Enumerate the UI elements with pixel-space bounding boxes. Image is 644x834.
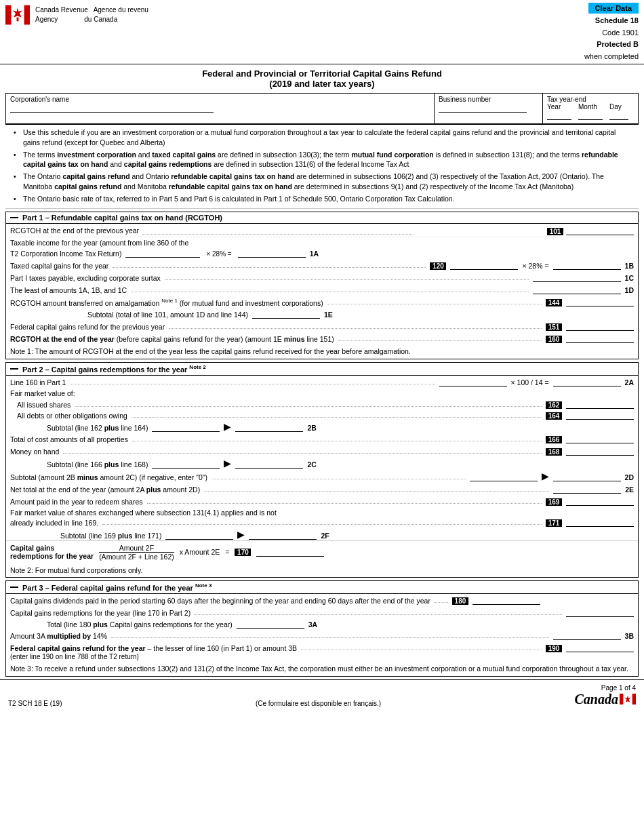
year-label: Year (547, 103, 571, 111)
schedule-label: Schedule 18 (584, 15, 639, 27)
input-redemptions[interactable] (566, 608, 634, 617)
line-ref-3b: 3B (625, 632, 634, 640)
line-ref-2e: 2E (625, 485, 634, 494)
part3-row-3a: Total (line 180 plus Capital gains redem… (6, 618, 638, 629)
business-num-input[interactable] (439, 103, 527, 113)
input-151[interactable] (566, 321, 634, 331)
input-1d[interactable] (533, 285, 621, 294)
box-1a-pct: × 28% = (204, 250, 233, 258)
part1-row-1a: Taxable income for the year (amount from… (6, 237, 638, 259)
part1-row-160: RCGTOH at the end of the year (before ca… (6, 332, 638, 344)
input-2b[interactable] (235, 422, 303, 432)
input-2e[interactable] (553, 484, 621, 494)
part2-header: Part 2 – Capital gains redemptions for t… (6, 363, 638, 376)
note-item-4: • The Ontario basic rate of tax, referre… (14, 194, 630, 204)
input-171[interactable] (566, 517, 634, 527)
part3-row-3b: Amount 3A multiplied by 14% 3B (6, 629, 638, 641)
input-166[interactable] (566, 434, 634, 443)
input-101[interactable] (566, 226, 634, 235)
footer: T2 SCH 18 E (19) (Ce formulaire est disp… (0, 679, 644, 711)
day-box: Day (609, 103, 628, 121)
day-label: Day (609, 103, 628, 111)
formula-denominator: (Amount 2F + Line 162) (99, 553, 174, 561)
input-2f[interactable] (249, 530, 317, 540)
input-144[interactable] (566, 297, 634, 306)
part2-row-164: All debts or other obligations owing 164 (6, 410, 638, 420)
input-2c-sub[interactable] (152, 459, 220, 469)
clear-data-button[interactable]: Clear Data (588, 3, 639, 14)
form-title-line2: (2019 and later tax years) (14, 79, 630, 89)
note1-text: Note 1: The amount of RCGTOH at the end … (10, 347, 411, 355)
input-120[interactable] (450, 260, 518, 270)
input-168[interactable] (566, 446, 634, 456)
formula-times: x Amount 2E (180, 548, 220, 556)
arrow-2c: ▶ (224, 458, 231, 469)
month-box: Month (578, 103, 603, 121)
part2-row-2a: Line 160 in Part 1 × 100 / 14 = 2A (6, 376, 638, 388)
top-bar: Canada Revenue Agence du revenu Agency d… (0, 0, 644, 64)
canada-flag-footer-icon (620, 694, 636, 704)
month-input[interactable] (578, 111, 603, 120)
input-2d-sub[interactable] (470, 472, 538, 481)
part2-row-171: Fair market value of shares exchanged wh… (6, 507, 638, 528)
corp-name-label: Corporation's name (10, 96, 430, 103)
input-162[interactable] (566, 399, 634, 409)
input-2f-sub[interactable] (165, 530, 233, 540)
input-3b[interactable] (553, 631, 621, 640)
canada-wordmark: Canada (575, 692, 618, 707)
box-190-note: (enter line 190 on line 788 of the T2 re… (10, 652, 634, 660)
box-171: 171 (546, 519, 562, 527)
input-3a-sub[interactable] (237, 619, 304, 629)
schedule-info: Schedule 18 Code 1901 Protected B when c… (584, 15, 639, 62)
input-180[interactable] (472, 595, 540, 605)
input-1a-result[interactable] (238, 248, 306, 258)
arrow-2b: ▶ (224, 421, 231, 432)
svg-rect-5 (632, 694, 636, 704)
part2-note2: Note 2: For mutual fund corporations onl… (6, 563, 638, 578)
note-item-1: • Use this schedule if you are an invest… (14, 127, 630, 147)
fair-market-label: Fair market value of: (6, 388, 638, 399)
input-1c[interactable] (533, 273, 621, 282)
input-2a-val[interactable] (439, 377, 507, 386)
note2-text: Note 2: For mutual fund corporations onl… (10, 566, 142, 574)
input-2a-result[interactable] (553, 377, 621, 386)
part1-row-1b: Taxed capital gains for the year 120 × 2… (6, 259, 638, 271)
input-1b-result[interactable] (553, 260, 621, 270)
note-text-4: The Ontario basic rate of tax, referred … (23, 194, 455, 204)
input-170[interactable] (256, 547, 324, 557)
input-2c[interactable] (235, 459, 303, 469)
note-text-3: The Ontario capital gains refund and Ont… (23, 172, 630, 191)
bullet-icon-2: • (14, 150, 19, 170)
footer-form-code: T2 SCH 18 E (19) (8, 700, 62, 707)
corp-name-input[interactable] (10, 103, 214, 113)
input-2d[interactable] (553, 472, 621, 481)
part1-note1: Note 1: The amount of RCGTOH at the end … (6, 344, 638, 359)
input-169[interactable] (566, 496, 634, 506)
note3-text: Note 3: To receive a refund under subsec… (10, 664, 628, 673)
svg-rect-4 (620, 694, 624, 704)
row-label-rcgtoh-prev: RCGTOH at the end of the previous year (10, 226, 547, 236)
input-1e[interactable] (252, 309, 320, 319)
input-2b-sub[interactable] (152, 422, 220, 432)
formula-eq: = (225, 548, 229, 556)
input-160[interactable] (566, 334, 634, 343)
formula-fraction: Amount 2F (Amount 2F + Line 162) (99, 544, 174, 561)
tax-year-header: Tax year-end (547, 96, 634, 103)
year-input[interactable] (547, 111, 571, 120)
input-1a-income[interactable] (125, 248, 200, 258)
bullet-icon-3: • (14, 172, 19, 191)
note-text-2: The terms investment corporation and tax… (23, 150, 630, 170)
part1-row-1c: Part I taxes payable, excluding corporat… (6, 271, 638, 283)
input-190[interactable] (566, 643, 634, 652)
footer-right: Page 1 of 4 Canada (575, 684, 636, 707)
day-input[interactable] (609, 111, 628, 120)
part2-formula-row: Capital gains redemptions for the year A… (6, 540, 638, 563)
canada-flag-icon (5, 3, 30, 27)
part2-row-2d: Subtotal (amount 2B minus amount 2C) (if… (6, 469, 638, 483)
line-ref-1c: 1C (625, 274, 634, 282)
agency-text: Canada Revenue Agence du revenu Agency d… (35, 5, 148, 24)
business-num-label: Business number (439, 96, 538, 103)
available-fr-text: (Ce formulaire est disponible en françai… (256, 700, 381, 707)
input-164[interactable] (566, 410, 634, 420)
svg-rect-1 (24, 5, 30, 25)
